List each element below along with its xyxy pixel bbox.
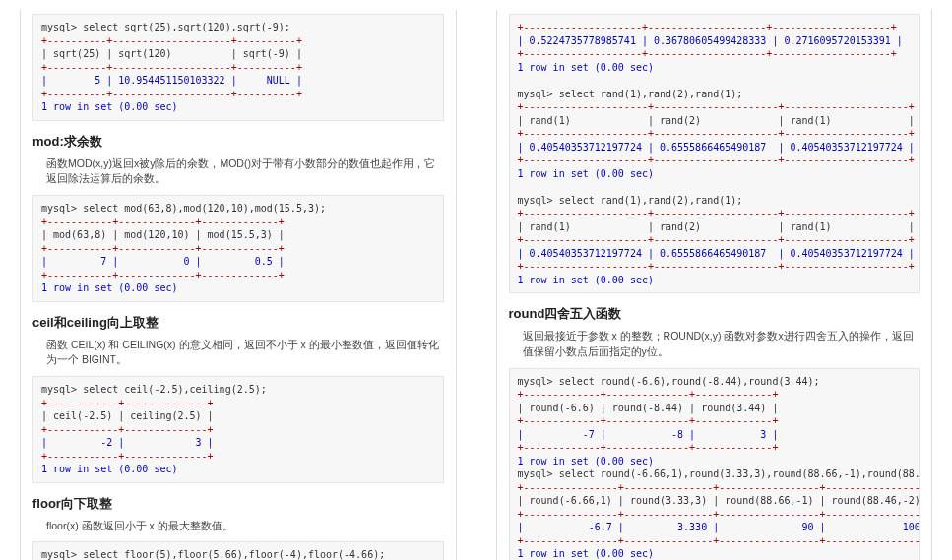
- code-line: +-------------+--------------+----------…: [518, 442, 779, 453]
- ceil-desc: 函数 CEIL(x) 和 CEILING(x) 的意义相同，返回不小于 x 的最…: [46, 338, 444, 369]
- code-line: | 0.40540353712197724 | 0.65558664654901…: [518, 248, 915, 259]
- code-line: | round(-6.6) | round(-8.44) | round(3.4…: [518, 403, 779, 413]
- round-code: mysql> select round(-6.6),round(-8.44),r…: [509, 368, 920, 561]
- code-line: +-----------+-------------+-------------…: [41, 243, 285, 254]
- code-line: | -7 | -8 | 3 |: [518, 429, 779, 440]
- code-line: +---------------------+-----------------…: [518, 208, 915, 218]
- code-line: | rand(1) | rand(2) | rand(1) |: [518, 221, 915, 232]
- code-line: | -6.7 | 3.330 | 90 | 100 |: [518, 522, 920, 532]
- code-line: | rand(1) | rand(2) | rand(1) |: [518, 115, 915, 126]
- right-column: +--------------------+------------------…: [496, 10, 933, 560]
- code-line: 1 row in set (0.00 sec): [518, 456, 654, 467]
- round-desc: 返回最接近于参数 x 的整数；ROUND(x,y) 函数对参数x进行四舍五入的操…: [523, 329, 920, 360]
- code-line: +---------------------+-----------------…: [518, 128, 915, 139]
- code-line: | sqrt(25) | sqrt(120) | sqrt(-9) |: [41, 48, 302, 59]
- code-line: +-----------+-------------+-------------…: [41, 270, 285, 280]
- code-line: mysql> select floor(5),floor(5.66),floor…: [41, 549, 385, 560]
- code-line: +-----------+-------------+-------------…: [41, 217, 285, 227]
- floor-heading: floor向下取整: [32, 495, 444, 513]
- code-line: 1 row in set (0.00 sec): [41, 101, 177, 112]
- code-line: +------------+--------------+: [41, 451, 214, 462]
- code-line: +----------+--------------------+-------…: [41, 89, 302, 99]
- code-line: | 5 | 10.954451150103322 | NULL |: [41, 75, 302, 86]
- mod-desc: 函数MOD(x,y)返回x被y除后的余数，MOD()对于带有小数部分的数值也起作…: [46, 156, 444, 188]
- code-line: +----------+--------------------+-------…: [41, 35, 302, 46]
- floor-desc: floor(x) 函数返回小于 x 的最大整数值。: [46, 519, 444, 534]
- code-line: +---------------------+-----------------…: [518, 261, 915, 272]
- round-heading: round四舍五入函数: [509, 305, 920, 323]
- code-line: mysql> select ceil(-2.5),ceiling(2.5);: [41, 384, 267, 395]
- code-line: | round(-6.66,1) | round(3.33,3) | round…: [518, 495, 920, 506]
- code-line: mysql> select round(-6.66,1),round(3.33,…: [518, 468, 920, 479]
- code-line: +-------------+--------------+----------…: [518, 389, 779, 400]
- code-line: | ceil(-2.5) | ceiling(2.5) |: [41, 410, 214, 421]
- ceil-heading: ceil和ceiling向上取整: [32, 314, 444, 332]
- code-line: +----------------+---------------+------…: [518, 509, 920, 520]
- code-line: 1 row in set (0.00 sec): [41, 282, 177, 293]
- code-line: +----------------+---------------+------…: [518, 535, 920, 546]
- code-line: mysql> select round(-6.6),round(-8.44),r…: [518, 376, 820, 387]
- code-line: 1 row in set (0.00 sec): [518, 548, 654, 559]
- ceil-code: mysql> select ceil(-2.5),ceiling(2.5); +…: [32, 376, 444, 483]
- code-line: | 0.5224735778985741 | 0.367806054994283…: [518, 35, 903, 46]
- code-line: 1 row in set (0.00 sec): [518, 168, 654, 179]
- mod-heading: mod:求余数: [32, 133, 444, 151]
- code-line: 1 row in set (0.00 sec): [518, 275, 654, 285]
- rand1-code: +--------------------+------------------…: [509, 14, 920, 293]
- code-line: 1 row in set (0.00 sec): [41, 464, 177, 474]
- code-line: +------------+--------------+: [41, 398, 214, 408]
- code-line: 1 row in set (0.00 sec): [518, 62, 654, 73]
- code-line: +---------------------+-----------------…: [518, 234, 915, 245]
- code-line: mysql> select rand(1),rand(2),rand(1);: [518, 195, 743, 206]
- code-line: +------------+--------------+: [41, 424, 214, 435]
- code-line: mysql> select rand(1),rand(2),rand(1);: [518, 89, 743, 99]
- code-line: | 0.40540353712197724 | 0.65558664654901…: [518, 142, 915, 153]
- code-line: | mod(63,8) | mod(120,10) | mod(15.5,3) …: [41, 229, 285, 240]
- mod-code: mysql> select mod(63,8),mod(120,10),mod(…: [32, 195, 444, 302]
- code-line: +----------------+---------------+------…: [518, 482, 920, 493]
- left-column: mysql> select sqrt(25),sqrt(120),sqrt(-9…: [20, 10, 457, 560]
- code-line: mysql> select sqrt(25),sqrt(120),sqrt(-9…: [41, 22, 290, 32]
- code-line: +---------------------+-----------------…: [518, 155, 915, 165]
- floor-code: mysql> select floor(5),floor(5.66),floor…: [32, 541, 444, 560]
- code-line: +--------------------+------------------…: [518, 22, 897, 32]
- code-line: +--------------------+------------------…: [518, 48, 897, 59]
- sqrt-code: mysql> select sqrt(25),sqrt(120),sqrt(-9…: [32, 14, 444, 121]
- code-line: mysql> select mod(63,8),mod(120,10),mod(…: [41, 203, 326, 214]
- code-line: +---------------------+-----------------…: [518, 101, 915, 112]
- code-line: | -2 | 3 |: [41, 437, 214, 448]
- code-line: +-------------+--------------+----------…: [518, 415, 779, 426]
- code-line: +----------+--------------------+-------…: [41, 62, 302, 73]
- code-line: | 7 | 0 | 0.5 |: [41, 256, 285, 267]
